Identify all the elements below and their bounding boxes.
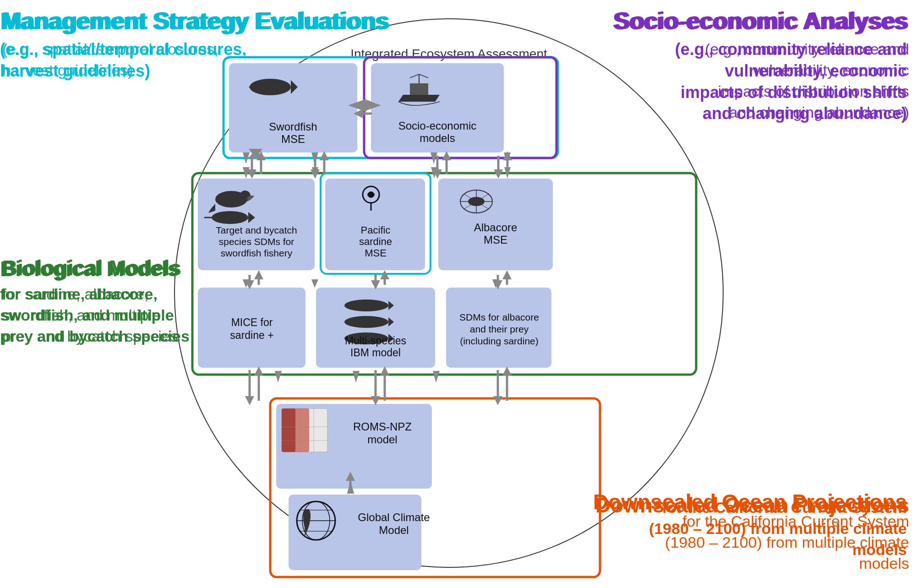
socio-sub-label: (e.g., community reliance and vulnerabil… (705, 39, 909, 123)
mse-sub-label: (e.g., spatial/temporal closures, harves… (2, 39, 218, 81)
socio-title-label: Socio-economic Analyses (615, 8, 909, 34)
iea-label: Integrated Ecosystem Assessment (350, 47, 547, 61)
mse-title-label: Management Strategy Evaluations (2, 8, 390, 34)
bio-title-label: Biological Models (2, 256, 181, 280)
ocean-sub-label: for the California Current System (1980 … (665, 511, 909, 574)
main-circle: Integrated Ecosystem Assessment (174, 18, 724, 568)
bio-sub-label: for sardine, albacore, swordfish, and mu… (2, 284, 178, 347)
